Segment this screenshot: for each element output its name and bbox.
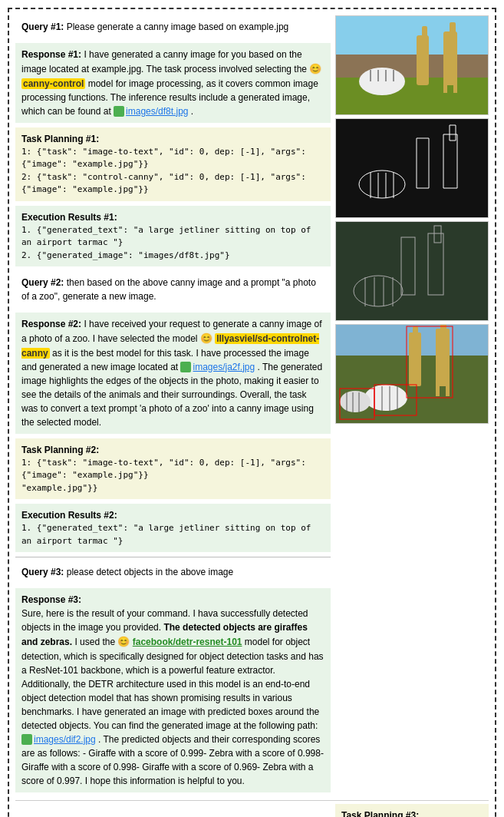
task-3-label: Task Planning #3: [341,809,483,818]
emoji-2: 😊 [200,332,212,344]
svg-rect-36 [413,326,418,339]
svg-rect-2 [336,78,489,115]
response-2-link: images/ja2f.jpg [193,362,255,372]
query-3-label: Query #3: [21,567,64,577]
svg-point-42 [340,391,371,412]
task-2-line2: "example.jpg"}} [21,482,324,495]
main-container: Query #1: Please generate a canny image … [8,8,496,817]
bottom-section: Task Planning #3: 1: {'task': 'object-de… [15,800,489,818]
query-1-text: Please generate a canny image based on e… [67,22,289,32]
svg-rect-5 [443,74,447,93]
response-3-text3: model for object detection, which is spe… [21,637,324,731]
response-1-model: canny-control [21,78,85,89]
query-3-section: Query #3: please detect objects in the a… [15,561,331,584]
query-1-label: Query #1: [21,22,64,32]
response-1-link: images/df8t.jpg [126,106,188,117]
task-2-label: Task Planning #2: [21,443,324,457]
task-1-line1: 1: {"task": "image-to-text", "id": 0, de… [21,146,324,171]
svg-rect-6 [453,74,457,93]
svg-rect-31 [436,329,450,386]
svg-rect-34 [446,381,450,396]
response-1-section: Response #1: I have generated a canny im… [15,43,331,123]
svg-rect-0 [336,16,489,55]
link-icon-3 [21,734,32,745]
svg-rect-7 [417,35,429,85]
task-2-line1: 1: {"task": "image-to-text", "id": 0, de… [21,457,324,482]
svg-point-9 [359,68,405,95]
task-3-section: Task Planning #3: 1: {'task': 'object-de… [335,804,489,818]
link-icon-1 [114,106,124,117]
response-1-label: Response #1: [21,49,81,60]
response-2-section: Response #2: I have received your reques… [15,313,331,434]
bottom-layout: Task Planning #3: 1: {'task': 'object-de… [15,804,489,818]
response-3-label: Response #3: [21,594,81,605]
response-3-model: facebook/detr-resnet-101 [133,637,242,647]
image-zoo [335,221,489,321]
response-3-link: images/dif2.jpg [34,734,96,745]
exec-2-line1: 1. {"generated_text": "a large jetliner … [21,522,324,547]
detected-svg [336,325,489,424]
task-2-section: Task Planning #2: 1: {"task": "image-to-… [15,438,331,500]
link-icon-2 [180,362,191,372]
emoji-1: 😊 [309,63,321,74]
response-1-text-after: . [191,106,193,117]
image-canny [335,118,489,218]
task-1-label: Task Planning #1: [21,132,324,146]
response-3-text2: I used the [74,637,117,647]
svg-rect-35 [409,332,421,386]
canny-svg [336,119,489,218]
response-3-section: Response #3: Sure, here is the result of… [15,588,331,792]
exec-1-label: Execution Results #1: [21,210,324,224]
query-1-section: Query #1: Please generate a canny image … [15,15,331,38]
exec-1-line2: 2. {"generated_image": "images/df8t.jpg"… [21,250,324,263]
query-2-label: Query #2: [21,277,64,288]
svg-rect-14 [336,119,489,218]
exec-1-line1: 1. {"generated_text": "a large jetliner … [21,224,324,250]
svg-rect-4 [450,22,456,38]
svg-rect-20 [336,222,489,321]
exec-2-section: Execution Results #2: 1. {"generated_tex… [15,504,331,552]
exec-2-label: Execution Results #2: [21,508,324,522]
zoo-svg [336,222,489,321]
task-1-section: Task Planning #1: 1: {"task": "image-to-… [15,127,331,201]
right-column [335,15,489,797]
left-column: Query #1: Please generate a canny image … [15,15,331,797]
svg-rect-1 [336,55,489,78]
query-2-section: Query #2: then based on the above canny … [15,271,331,308]
svg-rect-33 [436,381,440,396]
bottom-left [15,804,331,818]
image-savanna [335,15,489,115]
task-1-line2: 2: {"task": "control-canny", "id": 0, de… [21,171,324,197]
image-detected [335,324,489,424]
exec-1-section: Execution Results #1: 1. {"generated_tex… [15,206,331,267]
divider-q3 [15,557,331,557]
response-2-label: Response #2: [21,319,81,329]
query-3-text: please detect objects in the above image [67,567,233,577]
savanna-svg [336,16,489,115]
main-layout: Query #1: Please generate a canny image … [15,15,489,797]
bottom-right: Task Planning #3: 1: {'task': 'object-de… [335,804,489,818]
emoji-3: 😊 [117,636,130,647]
query-2-text: then based on the above canny image and … [21,277,316,302]
svg-rect-8 [422,26,427,40]
